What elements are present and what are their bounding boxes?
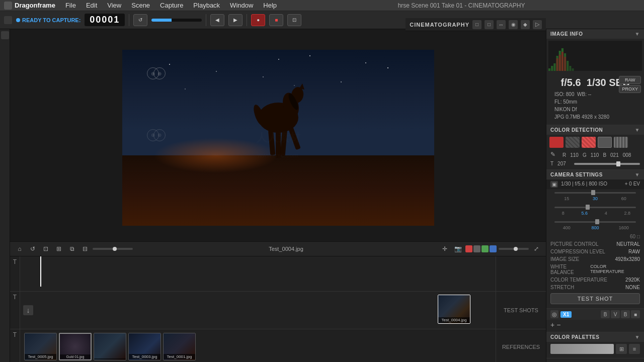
ws-btn-2[interactable]: □	[485, 20, 494, 29]
cs-shutter-val-3[interactable]: 60	[611, 196, 636, 201]
timeline-playhead-1[interactable]	[40, 256, 41, 287]
viewer-compare-btn[interactable]: ⊟	[79, 243, 91, 254]
test-shot-button[interactable]: TEST SHOT	[550, 293, 640, 304]
color-palettes-header[interactable]: COLOR PALETTES ▼	[546, 332, 644, 342]
menu-edit[interactable]: Edit	[82, 1, 101, 10]
cd-swatch-stripe-red[interactable]	[582, 137, 596, 148]
x1-btn-b2[interactable]: B	[621, 310, 630, 318]
x1-add-btn[interactable]: +	[550, 321, 554, 329]
menu-help[interactable]: Help	[259, 1, 281, 10]
image-info-header[interactable]: IMAGE INFO ▼	[546, 29, 644, 39]
cs-shutter-slider[interactable]	[554, 192, 636, 194]
proxy-btn[interactable]: PROXY	[619, 85, 641, 93]
cs-picture-control-val[interactable]: NEUTRAL	[616, 241, 640, 247]
viewer-home-btn[interactable]: ⌂	[14, 243, 25, 254]
color-btn-green[interactable]	[481, 245, 489, 252]
x1-controls: B V B ■	[601, 310, 640, 318]
cs-aperture-val-1[interactable]: 8	[554, 211, 572, 216]
ref-thumb-5[interactable]: Test_0001.jpg	[163, 333, 196, 360]
color-palette-copy-btn[interactable]: ⊞	[616, 344, 627, 354]
ws-btn-5[interactable]: ◆	[521, 20, 530, 29]
cs-aperture-val-2[interactable]: 5.6	[576, 211, 594, 216]
menu-playback[interactable]: Playback	[189, 1, 224, 10]
viewer-scrubber-thumb	[113, 247, 117, 251]
ref-thumb-4[interactable]: Test_0003.jpg	[128, 333, 161, 360]
compare-btn[interactable]: ⊡	[287, 14, 301, 26]
cs-compression-val[interactable]: RAW	[628, 249, 640, 254]
menu-scene[interactable]: Scene	[127, 1, 154, 10]
menu-capture[interactable]: Capture	[156, 1, 187, 10]
cs-iso-val-2[interactable]: 800	[583, 225, 608, 230]
test-shot-thumb[interactable]: Test_0004.jpg	[438, 295, 470, 324]
color-palette-swatch[interactable]	[550, 344, 614, 354]
cs-iso-val-3[interactable]: 1600	[611, 225, 636, 230]
x1-add-row: + −	[546, 320, 644, 330]
color-palettes-collapse-icon: ▼	[635, 334, 640, 340]
viewer-grid-btn[interactable]: ⊞	[53, 243, 64, 254]
x1-minus-btn[interactable]: −	[556, 321, 560, 329]
cs-iso-val-1[interactable]: 400	[554, 225, 579, 230]
timeline-track-2[interactable]: ↓ Test_0004.jpg	[20, 292, 496, 329]
test-shot-in-track: Test_0004.jpg	[438, 295, 470, 324]
x1-btn-square[interactable]: ■	[631, 310, 640, 318]
svg-rect-21	[559, 55, 561, 71]
cd-swatch-mixed[interactable]	[566, 137, 580, 148]
viewer-fullscreen-btn[interactable]: ⤢	[531, 243, 542, 254]
next-frame-btn[interactable]: ▶	[228, 14, 243, 26]
timeline-marker-3: T	[13, 331, 17, 338]
x1-btn-v[interactable]: V	[611, 310, 620, 318]
color-t-slider[interactable]	[574, 163, 640, 165]
app-icon	[4, 2, 12, 10]
color-detection-header[interactable]: COLOR DETECTION ▼	[546, 125, 644, 135]
cd-swatch-1[interactable]	[549, 137, 564, 148]
ws-btn-4[interactable]: ◉	[509, 20, 518, 29]
x1-camera-icon[interactable]: ◎	[550, 310, 558, 318]
ref-thumb-3[interactable]	[94, 333, 126, 360]
sidebar-toggle-btn[interactable]	[4, 16, 12, 24]
viewer-snapshot-btn[interactable]: 📷	[452, 243, 463, 254]
ws-btn-1[interactable]: □	[472, 20, 481, 29]
menu-file[interactable]: File	[61, 1, 80, 10]
viewer-crosshair-btn[interactable]: ✛	[439, 243, 450, 254]
menu-view[interactable]: View	[103, 1, 125, 10]
eyedropper-btn[interactable]: ✎	[550, 151, 558, 159]
color-palette-menu-btn[interactable]: ≡	[629, 344, 640, 354]
sidebar-item-1[interactable]	[1, 31, 9, 39]
capture-options-btn[interactable]: ■	[269, 14, 283, 26]
ws-btn-6[interactable]: ▷	[533, 20, 542, 29]
viewer-refresh-btn[interactable]: ↺	[27, 243, 38, 254]
camera-settings-header[interactable]: CAMERA SETTINGS ▼	[546, 170, 644, 179]
ref-thumb-label-5: Test_0001.jpg	[164, 354, 195, 359]
ref-thumb-1[interactable]: Test_0005.jpg	[24, 333, 57, 360]
color-btn-gray[interactable]	[473, 245, 480, 252]
capture-btn[interactable]: ●	[251, 14, 265, 26]
cs-shutter-val-1[interactable]: 15	[554, 196, 579, 201]
cs-iso-slider[interactable]	[554, 221, 636, 223]
color-btn-blue[interactable]	[490, 245, 497, 252]
timeline-track-1[interactable]	[20, 256, 496, 291]
cs-aperture-val-4[interactable]: 2.8	[619, 211, 636, 216]
menu-window[interactable]: Window	[226, 1, 257, 10]
cd-swatch-stripe-gray[interactable]	[614, 137, 628, 148]
cs-shutter-val-2[interactable]: 30	[583, 196, 608, 201]
prev-frame-btn[interactable]: ◀	[210, 14, 224, 26]
cs-wb-val[interactable]: COLOR TEMPERATURE	[590, 264, 640, 275]
ws-btn-3[interactable]: ↔	[497, 20, 506, 29]
timeline-add-btn-2[interactable]: ↓	[23, 305, 33, 315]
raw-btn[interactable]: RAW	[619, 76, 641, 84]
viewer-zoom-slider[interactable]	[499, 248, 529, 250]
cd-swatch-4[interactable]	[598, 137, 612, 148]
color-btn-red[interactable]	[465, 245, 472, 252]
cs-stretch-val[interactable]: NONE	[625, 285, 640, 290]
cs-color-temp-val[interactable]: 2920K	[625, 277, 640, 283]
cs-aperture-slider[interactable]	[554, 207, 636, 208]
loop-btn[interactable]: ↺	[133, 14, 147, 26]
viewer-layers-btn[interactable]: ⧉	[66, 243, 77, 254]
cs-image-size-val[interactable]: 4928x3280	[615, 256, 640, 262]
cs-color-temp-row: COLOR TEMPERATURE 2920K	[546, 276, 644, 284]
cs-aperture-val-3[interactable]: 4	[597, 211, 615, 216]
x1-btn-b1[interactable]: B	[601, 310, 610, 318]
viewer-fit-btn[interactable]: ⊡	[40, 243, 51, 254]
viewer-scrubber[interactable]	[93, 248, 133, 250]
ref-thumb-2[interactable]: Guld 01.jpg	[59, 333, 92, 360]
